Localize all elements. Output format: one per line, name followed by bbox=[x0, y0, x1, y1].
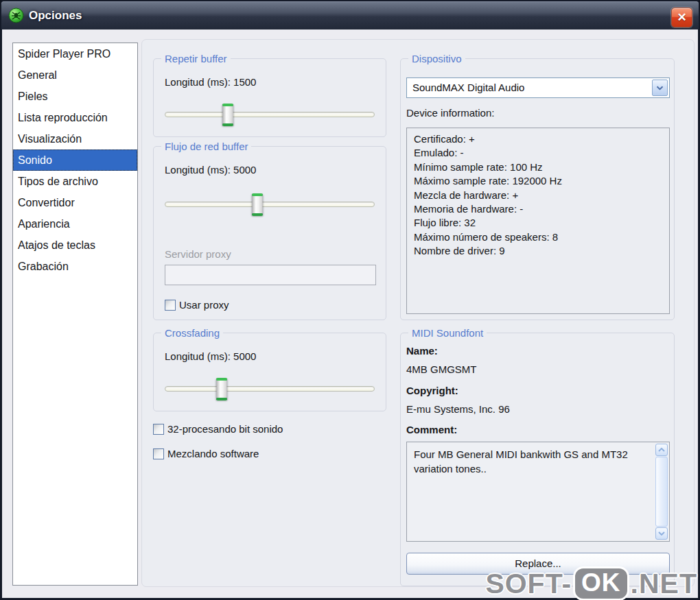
slider-thumb[interactable] bbox=[251, 193, 263, 216]
group-dispositivo: Dispositivo SoundMAX Digital Audio Devic… bbox=[400, 58, 675, 320]
software-mix-checkbox[interactable] bbox=[153, 448, 164, 459]
device-info-line: Memoria de hardware: - bbox=[414, 202, 664, 216]
window-title: Opciones bbox=[29, 1, 82, 29]
app-spider-icon bbox=[8, 8, 24, 23]
device-info-line: Emulado: - bbox=[414, 146, 664, 160]
soft-ok-net-watermark: SOFT- OK .NET bbox=[485, 566, 697, 600]
chevron-up-icon bbox=[658, 448, 665, 452]
chevron-down-icon bbox=[656, 86, 664, 91]
settings-panel: Repetir buffer Longitud (ms): 1500 Flujo… bbox=[141, 39, 695, 587]
device-info-line: Máximo sample rate: 192000 Hz bbox=[414, 174, 664, 188]
use-proxy-checkbox[interactable] bbox=[165, 300, 176, 311]
sidebar-item-spider-player-pro[interactable]: Spider Player PRO bbox=[13, 43, 137, 64]
group-title: Crossfading bbox=[161, 327, 223, 339]
use-proxy-label: Usar proxy bbox=[179, 299, 229, 311]
length-label: Longitud (ms): 1500 bbox=[165, 76, 256, 88]
bits32-checkbox[interactable] bbox=[153, 424, 164, 435]
midi-comment-text: Four MB General MIDI bankwith GS and MT3… bbox=[414, 447, 650, 476]
watermark-ok-badge: OK bbox=[573, 566, 629, 600]
watermark-part2: .NET bbox=[631, 568, 697, 600]
midi-copyright-label: Copyright: bbox=[406, 385, 458, 396]
sidebar-item-general[interactable]: General bbox=[13, 64, 137, 86]
sidebar-item-apariencia[interactable]: Apariencia bbox=[13, 213, 137, 235]
close-button[interactable]: ✕ bbox=[671, 8, 692, 27]
group-repetir-buffer: Repetir buffer Longitud (ms): 1500 bbox=[153, 58, 386, 137]
length-label: Longitud (ms): 5000 bbox=[165, 350, 256, 362]
proxy-server-input[interactable] bbox=[165, 265, 376, 285]
group-crossfading: Crossfading Longitud (ms): 5000 bbox=[153, 333, 386, 411]
device-combobox-value: SoundMAX Digital Audio bbox=[412, 78, 524, 97]
net-buffer-slider[interactable] bbox=[165, 202, 375, 207]
device-info-line: Flujo libre: 32 bbox=[414, 216, 664, 230]
sidebar-item-grabacion[interactable]: Grabación bbox=[13, 256, 137, 277]
comment-scrollbar[interactable] bbox=[655, 444, 668, 540]
sidebar-item-atajos-de-teclas[interactable]: Atajos de teclas bbox=[13, 235, 137, 256]
watermark-part1: SOFT- bbox=[485, 568, 572, 600]
device-info-line: Nombre de driver: 9 bbox=[414, 244, 664, 258]
bits32-checkbox-row[interactable]: 32-procesando bit sonido bbox=[153, 423, 283, 435]
dialog-body: Spider Player PRO General Pieles Lista r… bbox=[2, 29, 698, 598]
device-info-line: Mínimo sample rate: 100 Hz bbox=[414, 160, 664, 174]
sidebar-item-sonido[interactable]: Sonido bbox=[13, 149, 137, 171]
sidebar-item-lista-reproduccion[interactable]: Lista reproducción bbox=[13, 107, 137, 128]
scrollbar-thumb[interactable] bbox=[655, 457, 668, 527]
midi-comment-label: Comment: bbox=[406, 424, 457, 435]
scroll-down-button[interactable] bbox=[655, 527, 668, 540]
midi-copyright-value: E-mu Systems, Inc. 96 bbox=[406, 403, 510, 415]
device-info-line: Máximo número de speakers: 8 bbox=[414, 230, 664, 244]
sidebar-item-pieles[interactable]: Pieles bbox=[13, 86, 137, 107]
use-proxy-checkbox-row[interactable]: Usar proxy bbox=[165, 299, 229, 311]
group-flujo-red-buffer: Flujo de red buffer Longitud (ms): 5000 … bbox=[153, 146, 386, 320]
length-label: Longitud (ms): 5000 bbox=[165, 164, 256, 176]
midi-name-value: 4MB GMGSMT bbox=[406, 363, 477, 375]
device-information-panel: Certificado: + Emulado: - Mínimo sample … bbox=[406, 128, 670, 314]
software-mix-label: Mezclando software bbox=[167, 448, 259, 459]
title-bar: Opciones ✕ bbox=[1, 1, 699, 29]
device-info-line: Certificado: + bbox=[414, 132, 664, 146]
crossfading-slider[interactable] bbox=[165, 386, 375, 392]
group-title: Dispositivo bbox=[408, 53, 465, 64]
midi-comment-box[interactable]: Four MB General MIDI bankwith GS and MT3… bbox=[406, 442, 670, 542]
slider-thumb[interactable] bbox=[222, 104, 234, 126]
device-combobox[interactable]: SoundMAX Digital Audio bbox=[406, 77, 670, 98]
chevron-down-icon bbox=[658, 531, 665, 536]
device-information-label: Device information: bbox=[406, 107, 494, 119]
device-info-line: Mezcla de hardware: + bbox=[414, 189, 664, 202]
slider-thumb[interactable] bbox=[216, 378, 228, 400]
sidebar-item-convertidor[interactable]: Convertidor bbox=[13, 192, 137, 213]
software-mix-checkbox-row[interactable]: Mezclando software bbox=[153, 448, 259, 459]
group-midi-soundfont: MIDI Soundfont Name: 4MB GMGSMT Copyrigh… bbox=[400, 333, 675, 586]
proxy-server-label: Servidor proxy bbox=[165, 248, 231, 260]
midi-name-label: Name: bbox=[406, 345, 438, 357]
bits32-label: 32-procesando bit sonido bbox=[167, 423, 283, 435]
category-list: Spider Player PRO General Pieles Lista r… bbox=[12, 43, 138, 586]
group-title: Flujo de red buffer bbox=[161, 141, 251, 152]
group-title: MIDI Soundfont bbox=[408, 327, 487, 339]
group-title: Repetir buffer bbox=[161, 53, 231, 64]
options-dialog: Opciones ✕ Spider Player PRO General Pie… bbox=[0, 0, 700, 600]
sidebar-item-tipos-de-archivo[interactable]: Tipos de archivo bbox=[13, 171, 137, 192]
scroll-up-button[interactable] bbox=[655, 444, 668, 456]
repeat-buffer-slider[interactable] bbox=[165, 112, 375, 117]
sidebar-item-visualizacion[interactable]: Visualización bbox=[13, 128, 137, 149]
combobox-dropdown-button[interactable] bbox=[652, 80, 668, 96]
